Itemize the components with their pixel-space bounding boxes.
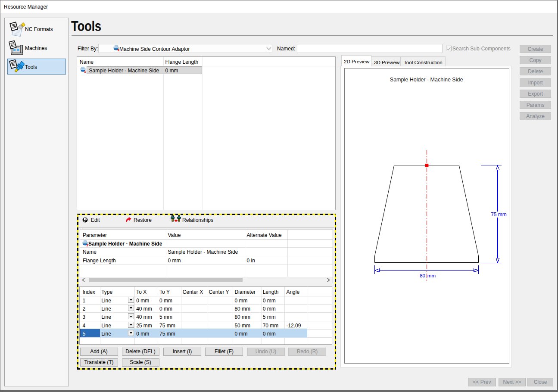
svg-text:mm: mm bbox=[427, 273, 436, 278]
svg-text:75: 75 bbox=[491, 212, 497, 218]
svg-text:mm: mm bbox=[498, 212, 507, 218]
svg-text:Sample Holder - Machine Side: Sample Holder - Machine Side bbox=[390, 77, 463, 83]
svg-text:80: 80 bbox=[420, 273, 425, 278]
